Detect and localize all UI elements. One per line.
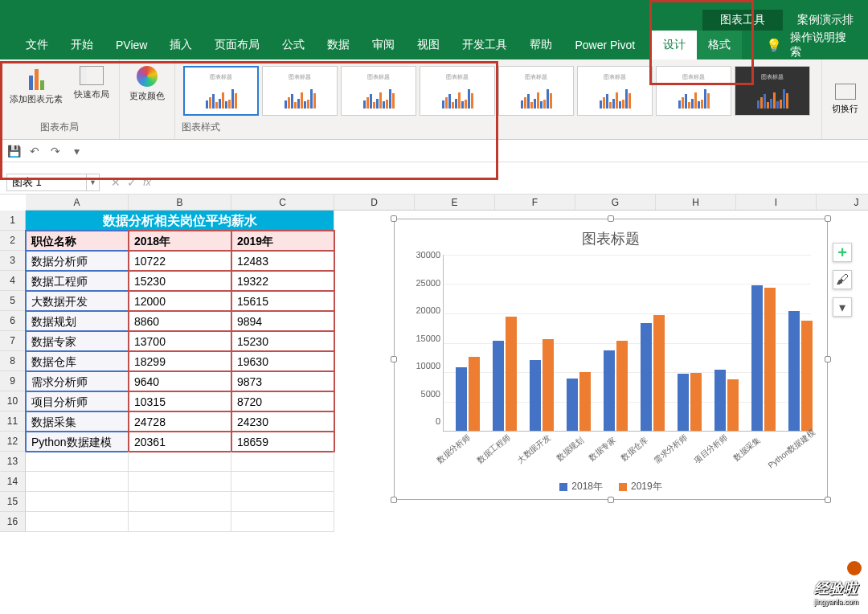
tab-powerpivot[interactable]: Power Pivot bbox=[563, 31, 646, 59]
resize-handle[interactable] bbox=[608, 497, 614, 503]
col-J[interactable]: J bbox=[817, 194, 868, 210]
row-header[interactable]: 9 bbox=[0, 371, 26, 391]
chart-title[interactable]: 图表标题 bbox=[395, 219, 827, 255]
save-button[interactable]: 💾 bbox=[6, 144, 21, 158]
row-header[interactable]: 8 bbox=[0, 351, 26, 371]
resize-handle[interactable] bbox=[391, 215, 397, 222]
col-A[interactable]: A bbox=[26, 194, 129, 210]
quick-layout-button[interactable]: 快速布局 bbox=[71, 64, 113, 107]
chart-style-6[interactable]: 图表标题 bbox=[577, 66, 653, 116]
row-header[interactable]: 5 bbox=[0, 291, 26, 311]
cell[interactable]: 9894 bbox=[231, 311, 334, 331]
cell[interactable] bbox=[231, 452, 334, 472]
tab-developer[interactable]: 开发工具 bbox=[451, 31, 518, 59]
resize-handle[interactable] bbox=[825, 215, 831, 222]
chart-style-1[interactable]: 图表标题 bbox=[183, 66, 259, 116]
cell[interactable]: 8720 bbox=[231, 391, 334, 411]
col-B[interactable]: B bbox=[129, 194, 231, 210]
redo-button[interactable]: ↷ bbox=[48, 144, 63, 158]
resize-handle[interactable] bbox=[825, 497, 831, 503]
chart-style-8[interactable]: 图表标题 bbox=[735, 66, 810, 116]
row-header[interactable]: 16 bbox=[0, 512, 26, 532]
row-header[interactable]: 13 bbox=[0, 452, 26, 472]
col-F[interactable]: F bbox=[495, 194, 575, 210]
tab-formulas[interactable]: 公式 bbox=[271, 31, 316, 59]
cell[interactable]: 数据仓库 bbox=[26, 351, 129, 371]
cell[interactable] bbox=[26, 512, 129, 532]
row-header[interactable]: 15 bbox=[0, 492, 26, 512]
chart-style-2[interactable]: 图表标题 bbox=[262, 66, 338, 116]
chart-style-3[interactable]: 图表标题 bbox=[341, 66, 416, 116]
cell[interactable]: 数据采集 bbox=[26, 411, 129, 432]
cancel-formula-icon[interactable]: ✕ bbox=[111, 176, 121, 189]
cell[interactable]: 15615 bbox=[231, 291, 334, 311]
fx-icon[interactable]: fx bbox=[143, 176, 151, 189]
tab-pview[interactable]: PView bbox=[104, 31, 158, 59]
cell[interactable]: 数据分析相关岗位平均薪水 bbox=[26, 211, 334, 231]
cell[interactable]: 19630 bbox=[231, 351, 334, 371]
row-header[interactable]: 6 bbox=[0, 311, 26, 331]
col-I[interactable]: I bbox=[736, 194, 817, 210]
row-header[interactable]: 10 bbox=[0, 391, 26, 411]
name-box[interactable]: 图表 1 bbox=[6, 174, 87, 191]
cell[interactable]: 19322 bbox=[231, 271, 334, 291]
cell[interactable] bbox=[26, 452, 129, 472]
cell[interactable] bbox=[26, 492, 129, 512]
cell[interactable]: 24728 bbox=[129, 411, 231, 432]
cell[interactable]: 2019年 bbox=[231, 231, 334, 251]
chart-style-5[interactable]: 图表标题 bbox=[498, 66, 574, 116]
col-H[interactable]: H bbox=[656, 194, 736, 210]
confirm-formula-icon[interactable]: ✓ bbox=[127, 176, 137, 189]
cell[interactable]: Python数据建模 bbox=[26, 432, 129, 452]
cell[interactable]: 数据工程师 bbox=[26, 271, 129, 291]
chart-style-7[interactable]: 图表标题 bbox=[656, 66, 731, 116]
worksheet[interactable]: A B C D E F G H I J K 1数据分析相关岗位平均薪水2职位名称… bbox=[0, 194, 868, 564]
cell[interactable]: 12000 bbox=[129, 291, 231, 311]
chart-styles-button[interactable]: 🖌 bbox=[833, 270, 852, 289]
row-header[interactable]: 14 bbox=[0, 472, 26, 492]
tab-home[interactable]: 开始 bbox=[59, 31, 104, 59]
cell[interactable]: 13700 bbox=[129, 331, 231, 351]
cell[interactable]: 24230 bbox=[231, 411, 334, 432]
cell[interactable]: 15230 bbox=[231, 331, 334, 351]
switch-row-col-button[interactable]: 切换行 bbox=[822, 59, 868, 139]
column-headers[interactable]: A B C D E F G H I J K bbox=[26, 194, 868, 211]
row-header[interactable]: 2 bbox=[0, 231, 26, 251]
cell[interactable] bbox=[129, 452, 231, 472]
embedded-chart[interactable]: 图表标题 300002500020000150001000050000 数据分析… bbox=[394, 219, 828, 500]
cell[interactable] bbox=[129, 492, 231, 512]
cell[interactable]: 12483 bbox=[231, 251, 334, 271]
cell[interactable]: 数据分析师 bbox=[26, 251, 129, 271]
chart-plot-area[interactable]: 300002500020000150001000050000 bbox=[443, 255, 811, 432]
chart-elements-button[interactable]: + bbox=[833, 243, 852, 262]
resize-handle[interactable] bbox=[608, 215, 614, 222]
cell[interactable]: 职位名称 bbox=[26, 231, 129, 251]
cell[interactable]: 18299 bbox=[129, 351, 231, 371]
resize-handle[interactable] bbox=[825, 356, 831, 362]
tab-insert[interactable]: 插入 bbox=[158, 31, 203, 59]
add-chart-element-button[interactable]: 添加图表元素 bbox=[6, 64, 66, 107]
resize-handle[interactable] bbox=[391, 497, 397, 503]
cell[interactable]: 10315 bbox=[129, 391, 231, 411]
row-header[interactable]: 12 bbox=[0, 432, 26, 452]
cell[interactable] bbox=[231, 492, 334, 512]
col-D[interactable]: D bbox=[334, 194, 415, 210]
row-header[interactable]: 1 bbox=[0, 211, 26, 231]
chart-style-4[interactable]: 图表标题 bbox=[420, 66, 495, 116]
row-header[interactable]: 11 bbox=[0, 411, 26, 432]
tab-design[interactable]: 设计 bbox=[652, 31, 697, 59]
tab-page-layout[interactable]: 页面布局 bbox=[203, 31, 271, 59]
cell[interactable] bbox=[231, 472, 334, 492]
chart-filters-button[interactable]: ▾ bbox=[833, 297, 852, 317]
col-C[interactable]: C bbox=[231, 194, 334, 210]
tell-me-search[interactable]: 操作说明搜索 bbox=[790, 31, 868, 59]
chart-styles-gallery[interactable]: 图表标题 图表标题 图表标题 图表标题 图表标题 图表标题 图表标题 图表标题 bbox=[182, 64, 815, 117]
cell[interactable]: 10722 bbox=[129, 251, 231, 271]
col-G[interactable]: G bbox=[575, 194, 656, 210]
name-box-dropdown[interactable]: ▼ bbox=[87, 174, 100, 191]
cell[interactable]: 15230 bbox=[129, 271, 231, 291]
cell[interactable] bbox=[231, 512, 334, 532]
cell[interactable]: 数据专家 bbox=[26, 331, 129, 351]
tab-view[interactable]: 视图 bbox=[406, 31, 451, 59]
cell[interactable]: 2018年 bbox=[129, 231, 231, 251]
